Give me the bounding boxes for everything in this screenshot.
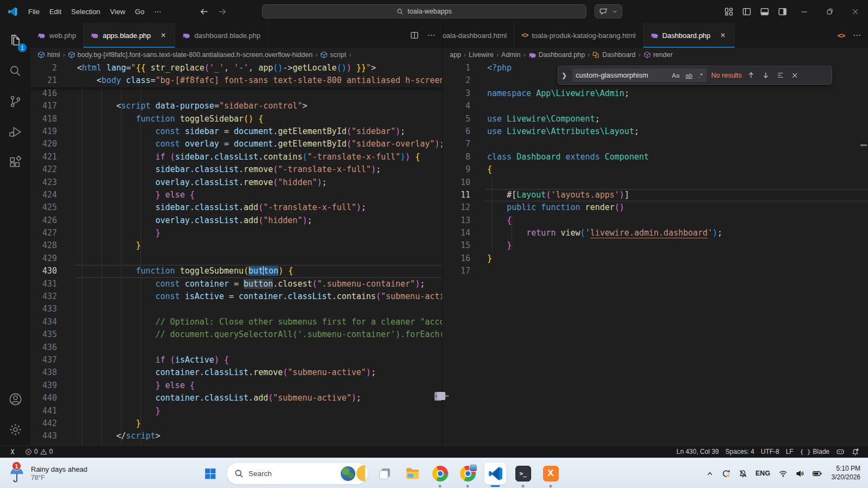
copilot-button[interactable] — [595, 4, 622, 18]
find-previous-icon[interactable] — [746, 71, 756, 79]
breadcrumb-item-Livewire[interactable]: Livewire — [469, 51, 494, 59]
copilot-status-icon[interactable] — [833, 446, 848, 458]
run-debug-icon[interactable] — [3, 119, 27, 144]
code-line-433[interactable]: 433 — [30, 303, 442, 315]
minimize-button[interactable] — [792, 0, 817, 23]
code-line-11[interactable]: 11 #[Layout('layouts.apps')] — [443, 189, 868, 201]
file-explorer-button[interactable] — [401, 462, 424, 485]
code-line-17[interactable]: 17 — [443, 265, 868, 277]
code-line-2[interactable]: 2<html lang="{{ str_replace('_', '-', ap… — [30, 62, 442, 74]
breadcrumb-item-Dashboard[interactable]: Dashboard.php — [528, 51, 585, 59]
extensions-icon[interactable] — [3, 150, 27, 175]
search-view-icon[interactable] — [3, 59, 27, 84]
menu-go[interactable]: Go — [130, 5, 149, 18]
code-line-12[interactable]: 12 public function render() — [443, 201, 868, 214]
editor-left[interactable]: 2<html lang="{{ str_replace('_', '-', ap… — [30, 62, 442, 445]
menu-edit[interactable]: Edit — [44, 5, 66, 18]
remote-indicator[interactable] — [5, 446, 20, 458]
code-line-441[interactable]: 441 } — [30, 405, 442, 417]
close-button[interactable] — [843, 0, 868, 23]
find-expand-icon[interactable]: ❯ — [560, 72, 568, 79]
code-line-423[interactable]: 423 overlay.classList.remove("hidden"); — [30, 176, 442, 189]
breadcrumb-item-body[interactable]: body.bg-[#f8fafc].font-sans.text-slate-8… — [68, 51, 312, 59]
code-line-438[interactable]: 438 container.classList.remove("submenu-… — [30, 366, 442, 379]
code-line-430[interactable]: 430 function toggleSubmenu(button) { — [30, 265, 442, 277]
explorer-icon[interactable]: 1 — [3, 28, 27, 53]
code-line-3[interactable]: 3namespace App\Livewire\Admin; — [443, 87, 868, 100]
code-line-422[interactable]: 422 sidebar.classList.remove("-translate… — [30, 163, 442, 176]
vscode-taskbar-button[interactable] — [484, 462, 507, 485]
cursor-position[interactable]: Ln 430, Col 39 — [673, 446, 722, 458]
code-line-13[interactable]: 13 { — [443, 214, 868, 227]
nav-back-icon[interactable] — [200, 7, 209, 16]
command-center-search[interactable]: toala-webapps — [262, 4, 586, 18]
code-line-9[interactable]: 9{ — [443, 163, 868, 176]
menu-more[interactable]: ⋯ — [149, 5, 166, 18]
nav-forward-icon[interactable] — [218, 7, 227, 16]
terminal-button[interactable]: >_ — [512, 462, 534, 485]
code-line-432[interactable]: 432 const isActive = container.classList… — [30, 290, 442, 303]
split-editor-icon[interactable] — [410, 31, 419, 40]
code-line-424[interactable]: 424 } else { — [30, 189, 442, 201]
code-line-4[interactable]: 4 — [443, 100, 868, 112]
code-line-435[interactable]: 435 // document.querySelectorAll('.subme… — [30, 328, 442, 341]
code-line-14[interactable]: 14 return view('livewire.admin.dashboard… — [443, 227, 868, 239]
toggle-primary-sidebar-icon[interactable] — [738, 0, 756, 23]
wifi-icon[interactable] — [776, 466, 790, 481]
code-line-436[interactable]: 436 — [30, 341, 442, 354]
battery-icon[interactable] — [809, 466, 825, 481]
code-line-434[interactable]: 434 // Optional: Close other submenus fi… — [30, 316, 442, 328]
breadcrumb-item-app[interactable]: app — [450, 51, 461, 59]
notifications-bell-icon[interactable] — [848, 446, 863, 458]
find-input[interactable]: custom-glassmorphism Aa ab .* — [572, 68, 707, 82]
breadcrumb-item-Dashboard[interactable]: Dashboard — [592, 51, 635, 59]
code-line-419[interactable]: 419 const sidebar = document.getElementB… — [30, 125, 442, 138]
whole-word-toggle[interactable]: ab — [685, 72, 694, 79]
editor-right[interactable]: 1<?php23namespace App\Livewire\Admin;45u… — [443, 62, 868, 445]
code-line-428[interactable]: 428 } — [30, 239, 442, 252]
code-line-7[interactable]: 7 — [443, 138, 868, 150]
find-close-icon[interactable] — [790, 72, 800, 79]
code-line-420[interactable]: 420 const overlay = document.getElementB… — [30, 138, 442, 150]
tab-web.php[interactable]: web.php — [30, 23, 84, 48]
regex-toggle[interactable]: .* — [697, 72, 704, 79]
code-line-15[interactable]: 15 } — [443, 239, 868, 252]
toggle-panel-icon[interactable] — [756, 0, 774, 23]
taskbar-search-box[interactable]: Search — [226, 462, 368, 485]
find-next-icon[interactable] — [761, 71, 771, 79]
code-line-417[interactable]: 417 <script data-purpose="sidebar-contro… — [30, 100, 442, 112]
more-actions-icon[interactable]: ⋯ — [853, 30, 861, 40]
html-file-icon[interactable]: <> — [838, 31, 845, 40]
menu-file[interactable]: File — [23, 5, 44, 18]
taskbar-clock[interactable]: 5:10 PM 3/20/2026 — [827, 462, 865, 484]
find-in-selection-icon[interactable] — [775, 71, 786, 79]
code-line-21[interactable]: 21 <body class="bg-[#f8fafc] font-sans t… — [30, 74, 442, 87]
tab-apps.blade.php[interactable]: apps.blade.php✕ — [84, 23, 175, 48]
code-line-416[interactable]: 416 — [30, 87, 442, 100]
xampp-button[interactable]: X — [539, 462, 562, 485]
code-line-425[interactable]: 425 sidebar.classList.add("-translate-x-… — [30, 201, 442, 214]
accounts-icon[interactable] — [3, 386, 27, 411]
chrome-profile-button[interactable] — [456, 462, 479, 485]
input-language[interactable]: ENG — [752, 467, 774, 480]
volume-icon[interactable] — [793, 466, 807, 481]
code-line-442[interactable]: 442 } — [30, 417, 442, 430]
eol-sequence[interactable]: LF — [782, 446, 796, 458]
language-mode[interactable]: { } Blade — [796, 446, 833, 458]
do-not-disturb-icon[interactable] — [736, 466, 750, 481]
code-line-426[interactable]: 426 overlay.classList.add("hidden"); — [30, 214, 442, 227]
breadcrumb-item-html[interactable]: html — [37, 51, 60, 59]
code-line-427[interactable]: 427 } — [30, 227, 442, 239]
breadcrumb-item-script[interactable]: script — [320, 51, 346, 59]
code-line-418[interactable]: 418 function toggleSidebar() { — [30, 113, 442, 125]
update-sync-icon[interactable] — [719, 466, 733, 481]
tab-Dashboard.php[interactable]: Dashboard.php✕ — [643, 23, 735, 48]
code-line-429[interactable]: 429 — [30, 252, 442, 265]
menu-selection[interactable]: Selection — [66, 5, 105, 18]
more-actions-icon[interactable]: ⋯ — [427, 30, 435, 40]
code-line-431[interactable]: 431 const container = button.closest(".s… — [30, 278, 442, 290]
toggle-secondary-sidebar-icon[interactable] — [774, 0, 792, 23]
breadcrumb-item-render[interactable]: render — [643, 51, 673, 59]
editor-sash-handle[interactable] — [437, 392, 445, 400]
code-line-6[interactable]: 6use Livewire\Attributes\Layout; — [443, 125, 868, 138]
